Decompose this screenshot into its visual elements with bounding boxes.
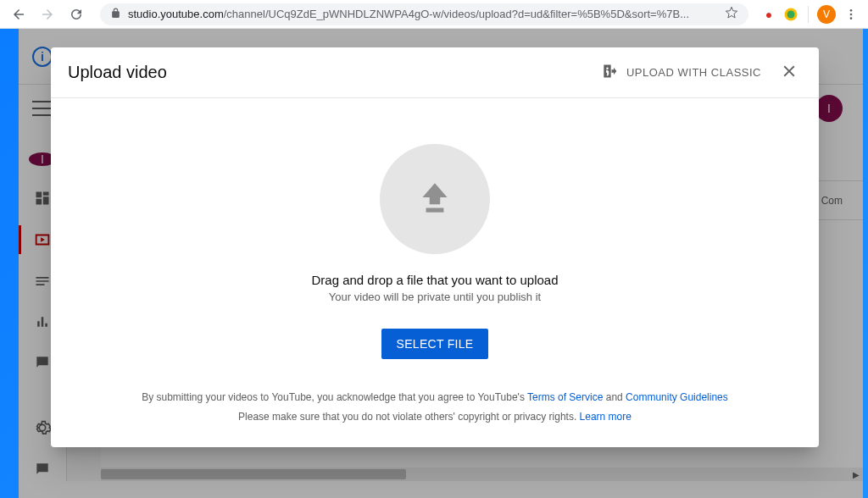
terms-link[interactable]: Terms of Service: [527, 391, 603, 403]
guidelines-link[interactable]: Community Guidelines: [626, 391, 728, 403]
upload-dropzone[interactable]: Drag and drop a file that you want to up…: [51, 98, 819, 373]
address-bar[interactable]: studio.youtube.com/channel/UCq9ZdE_pWNHD…: [100, 3, 748, 25]
upload-classic-button[interactable]: UPLOAD WITH CLASSIC: [601, 63, 761, 82]
lock-icon: [110, 8, 121, 21]
browser-toolbar: studio.youtube.com/channel/UCq9ZdE_pWNHD…: [0, 0, 868, 29]
upload-video-modal: Upload video UPLOAD WITH CLASSIC Drag an…: [51, 47, 819, 447]
modal-header: Upload video UPLOAD WITH CLASSIC: [51, 47, 819, 98]
chrome-menu-icon[interactable]: [841, 8, 861, 21]
select-file-button[interactable]: SELECT FILE: [381, 329, 489, 359]
divider: [808, 6, 809, 23]
footer-text-2: Please make sure that you do not violate…: [238, 411, 580, 423]
reload-button[interactable]: [64, 3, 88, 26]
svg-point-5: [606, 67, 609, 69]
upload-arrow-icon: [414, 176, 456, 222]
footer-and: and: [603, 391, 626, 403]
extension-icon-2[interactable]: [782, 6, 799, 23]
privacy-note: Your video will be private until you pub…: [329, 290, 541, 303]
upload-circle: [380, 144, 490, 254]
svg-point-2: [850, 9, 853, 12]
drag-drop-text: Drag and drop a file that you want to up…: [311, 273, 558, 287]
extension-icon-1[interactable]: ●: [760, 6, 777, 23]
svg-point-3: [850, 13, 853, 15]
learn-more-link[interactable]: Learn more: [580, 411, 632, 423]
bookmark-star-icon[interactable]: [725, 6, 738, 22]
exit-door-icon: [601, 63, 618, 82]
profile-avatar[interactable]: V: [817, 5, 836, 24]
svg-point-4: [850, 17, 853, 19]
footer-text-1: By submitting your videos to YouTube, yo…: [142, 391, 527, 403]
url-text: studio.youtube.com/channel/UCq9ZdE_pWNHD…: [128, 8, 689, 20]
forward-button[interactable]: [36, 3, 59, 26]
svg-point-1: [787, 10, 795, 18]
close-button[interactable]: [776, 58, 802, 87]
modal-title: Upload video: [68, 63, 167, 82]
svg-rect-6: [426, 208, 444, 213]
upload-classic-label: UPLOAD WITH CLASSIC: [626, 66, 761, 79]
back-button[interactable]: [7, 3, 31, 26]
modal-footer: By submitting your videos to YouTube, yo…: [51, 373, 819, 447]
close-icon: [780, 62, 798, 80]
